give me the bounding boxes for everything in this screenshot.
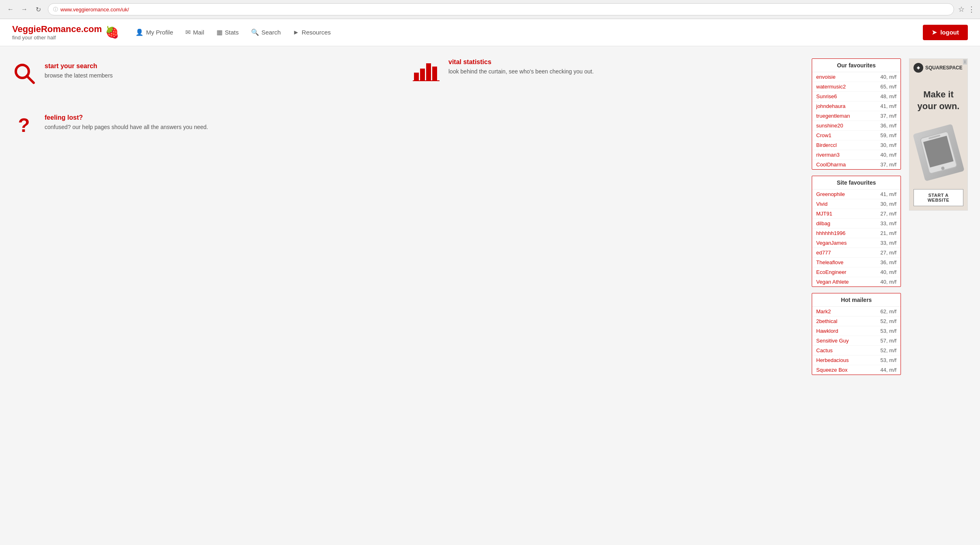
list-item: dilbag33, m/f xyxy=(812,219,901,228)
member-name[interactable]: 2bethical xyxy=(816,318,837,324)
mail-label: Mail xyxy=(193,29,204,36)
ad-panel[interactable]: i ◈ SQUARESPACE Make it your own. START … xyxy=(909,58,968,211)
stats-label: Stats xyxy=(225,29,239,36)
our-favourites-title: Our favourites xyxy=(812,59,901,72)
center-panel: vital statistics look behind the curtain… xyxy=(412,58,804,375)
hot-mailers-box: Hot mailers Mark262, m/f2bethical52, m/f… xyxy=(812,293,901,375)
search-feature-text: start your search browse the latest memb… xyxy=(45,62,113,80)
ad-container: i ◈ SQUARESPACE Make it your own. START … xyxy=(909,58,968,375)
member-name[interactable]: Birderccl xyxy=(816,142,837,148)
vital-stats-desc: look behind the curtain, see who's been … xyxy=(448,67,594,76)
member-name[interactable]: envoisie xyxy=(816,74,836,80)
search-feature-icon xyxy=(12,62,36,90)
member-name[interactable]: Hawklord xyxy=(816,328,838,334)
help-feature-desc: confused? our help pages should have all… xyxy=(45,123,208,131)
ad-headline: Make it your own. xyxy=(914,89,963,112)
profile-icon: 👤 xyxy=(135,28,144,36)
reload-button[interactable]: ↻ xyxy=(32,4,44,15)
search-label: Search xyxy=(262,29,281,36)
list-item: Theleaflove36, m/f xyxy=(812,258,901,267)
member-name[interactable]: MJT91 xyxy=(816,211,832,217)
member-name[interactable]: Squeeze Box xyxy=(816,367,847,373)
list-item: VeganJames33, m/f xyxy=(812,238,901,248)
hot-mailers-title: Hot mailers xyxy=(812,293,901,307)
logo-name: VeggieRomance.com xyxy=(12,24,102,34)
list-item: Hawklord53, m/f xyxy=(812,326,901,336)
member-name[interactable]: dilbag xyxy=(816,220,830,226)
left-panel: start your search browse the latest memb… xyxy=(12,58,404,375)
member-name[interactable]: hhhhhh1996 xyxy=(816,230,845,236)
member-name[interactable]: Cactus xyxy=(816,347,832,353)
right-panel: Our favourites envoisie40, m/fwatermusic… xyxy=(812,58,901,375)
svg-rect-6 xyxy=(432,67,437,81)
member-name[interactable]: johndehaura xyxy=(816,103,845,109)
ad-cta-button[interactable]: START A WEBSITE xyxy=(914,189,963,206)
list-item: Cactus52, m/f xyxy=(812,346,901,355)
svg-rect-4 xyxy=(420,69,425,81)
menu-icon[interactable]: ⋮ xyxy=(968,5,975,14)
member-name[interactable]: Crow1 xyxy=(816,132,832,138)
member-info: 44, m/f xyxy=(880,367,896,373)
star-icon[interactable]: ☆ xyxy=(958,5,965,14)
list-item: johndehaura41, m/f xyxy=(812,101,901,111)
member-name[interactable]: Vivid xyxy=(816,201,828,207)
main-nav: 👤 My Profile ✉ Mail ▦ Stats 🔍 Search ► R… xyxy=(135,28,923,36)
member-info: 30, m/f xyxy=(880,142,896,148)
vital-stats-section[interactable]: vital statistics look behind the curtain… xyxy=(412,58,804,84)
member-name[interactable]: watermusic2 xyxy=(816,84,846,90)
vital-stats-title: vital statistics xyxy=(448,58,594,66)
resources-icon: ► xyxy=(293,29,299,36)
member-info: 40, m/f xyxy=(880,152,896,158)
member-name[interactable]: EcoEngineer xyxy=(816,269,846,275)
svg-rect-5 xyxy=(426,63,431,81)
url-display: www.veggieromance.com/uk/ xyxy=(60,6,129,13)
help-feature[interactable]: ? feeling lost? confused? our help pages… xyxy=(12,110,404,145)
help-feature-title: feeling lost? xyxy=(45,114,208,121)
member-name[interactable]: truegentleman xyxy=(816,113,850,119)
mail-nav[interactable]: ✉ Mail xyxy=(185,28,204,36)
stats-icon: ▦ xyxy=(217,28,223,36)
logout-icon: ➤ xyxy=(932,29,937,36)
list-item: Greenophile41, m/f xyxy=(812,190,901,199)
address-bar[interactable]: ⓘ www.veggieromance.com/uk/ xyxy=(48,3,954,15)
member-info: 62, m/f xyxy=(880,308,896,315)
site-header: VeggieRomance.com find your other half 🍓… xyxy=(0,19,980,46)
member-name[interactable]: riverman3 xyxy=(816,152,840,158)
my-profile-nav[interactable]: 👤 My Profile xyxy=(135,28,173,36)
list-item: hhhhhh199621, m/f xyxy=(812,228,901,238)
site-favourites-list: Greenophile41, m/fVivid30, m/fMJT9127, m… xyxy=(812,190,901,287)
member-name[interactable]: Sensitive Guy xyxy=(816,338,849,344)
member-name[interactable]: VeganJames xyxy=(816,240,847,246)
list-item: envoisie40, m/f xyxy=(812,72,901,82)
search-feature-desc: browse the latest members xyxy=(45,71,113,80)
member-info: 30, m/f xyxy=(880,201,896,207)
member-name[interactable]: Herbedacious xyxy=(816,357,849,363)
ad-badge: i xyxy=(963,59,967,65)
ss-brand: SQUARESPACE xyxy=(925,65,963,71)
forward-button[interactable]: → xyxy=(19,4,30,15)
member-info: 33, m/f xyxy=(880,240,896,246)
member-name[interactable]: Theleaflove xyxy=(816,259,843,265)
security-icon: ⓘ xyxy=(53,6,58,13)
member-name[interactable]: Mark2 xyxy=(816,308,831,315)
site-favourites-box: Site favourites Greenophile41, m/fVivid3… xyxy=(812,176,901,287)
member-name[interactable]: Greenophile xyxy=(816,191,845,197)
member-name[interactable]: ed777 xyxy=(816,250,831,256)
search-nav[interactable]: 🔍 Search xyxy=(251,28,281,36)
member-name[interactable]: CoolDharma xyxy=(816,162,846,168)
logout-button[interactable]: ➤ logout xyxy=(923,25,968,40)
member-name[interactable]: Sunrise6 xyxy=(816,93,837,99)
list-item: truegentleman37, m/f xyxy=(812,111,901,121)
stats-nav[interactable]: ▦ Stats xyxy=(217,28,239,36)
member-info: 41, m/f xyxy=(880,103,896,109)
back-button[interactable]: ← xyxy=(5,4,16,15)
member-info: 37, m/f xyxy=(880,113,896,119)
member-name[interactable]: sunshine20 xyxy=(816,123,843,129)
svg-rect-3 xyxy=(414,73,419,81)
member-name[interactable]: Vegan Athlete xyxy=(816,279,849,285)
list-item: MJT9127, m/f xyxy=(812,209,901,219)
resources-nav[interactable]: ► Resources xyxy=(293,29,331,36)
logo-area[interactable]: VeggieRomance.com find your other half 🍓 xyxy=(12,24,119,41)
search-feature[interactable]: start your search browse the latest memb… xyxy=(12,58,404,94)
member-info: 27, m/f xyxy=(880,250,896,256)
